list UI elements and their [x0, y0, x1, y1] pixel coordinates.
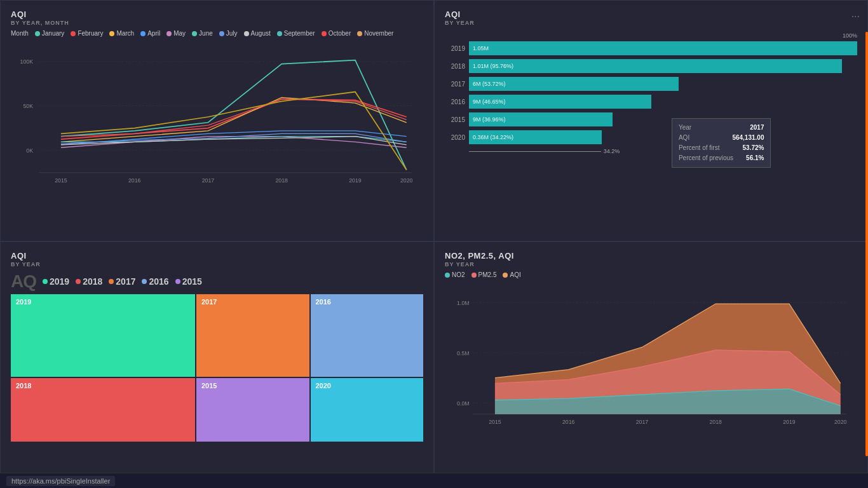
- bar-track-2019: 1.05M: [469, 41, 857, 55]
- legend-item-aqi: AQI: [503, 271, 520, 278]
- bar-fill-2018: 1.01M (95.76%): [469, 59, 842, 73]
- treemap-legend-2017: 2017: [109, 276, 135, 287]
- treemap-legend-2018: 2018: [76, 276, 102, 287]
- treemap-cell-label-2018: 2018: [16, 382, 31, 390]
- treemap-cell-label-2016: 2016: [316, 298, 331, 306]
- bar-label-2018: 1.01M (95.76%): [473, 63, 513, 69]
- status-bar: https://aka.ms/pbiSingleInstaller: [0, 473, 868, 488]
- panel1-title: AQI: [11, 10, 423, 19]
- panel2-menu[interactable]: ...: [851, 8, 860, 20]
- bar-year-2020: 2020: [445, 134, 465, 141]
- bar-track-2018: 1.01M (95.76%): [469, 59, 857, 73]
- bar-label-2019: 1.05M: [473, 45, 489, 51]
- treemap-cell-2016[interactable]: 2016: [311, 294, 424, 377]
- legend-label-september: September: [284, 30, 315, 37]
- legend-dot-april: [140, 31, 146, 36]
- bar-year-2015: 2015: [445, 116, 465, 123]
- legend-item-november: November: [357, 30, 393, 37]
- treemap-cell-2019[interactable]: 2019: [11, 294, 195, 377]
- treemap-grid: 2019 2017 2016 2018 2015 2020: [11, 294, 423, 440]
- legend-item-pm25: PM2.5: [471, 271, 497, 278]
- bar-row-2020: 2020 0.36M (34.22%): [445, 130, 857, 144]
- svg-text:100K: 100K: [20, 58, 34, 65]
- treemap-cell-2015[interactable]: 2015: [196, 378, 309, 442]
- panel2-title: AQI: [445, 10, 857, 19]
- bar-track-2020: 0.36M (34.22%): [469, 130, 857, 144]
- legend-dot-pm25: [471, 273, 477, 278]
- treemap-legend-2015: 2015: [175, 276, 202, 287]
- panel1-subtitle: BY YEAR, MONTH: [11, 20, 423, 26]
- panel4-legend: NO2 PM2.5 AQI: [445, 271, 857, 278]
- scrollbar[interactable]: [865, 32, 868, 456]
- treemap-cell-2018[interactable]: 2018: [11, 378, 195, 442]
- bar-track-2015: 9M (36.96%): [469, 112, 857, 126]
- legend-item-february: February: [71, 30, 103, 37]
- pct100-label: 100%: [445, 32, 857, 39]
- panel4-title: NO2, PM2.5, AQI: [445, 251, 857, 261]
- bar-label-2017: 6M (53.72%): [473, 81, 506, 87]
- treemap-legend-2019: 2019: [43, 276, 69, 287]
- svg-text:2017: 2017: [636, 419, 649, 425]
- legend-dot-november: [357, 31, 362, 36]
- legend-dot-no2: [445, 273, 450, 278]
- treemap-legend-title: AQ: [11, 271, 36, 292]
- legend-label-aqi: AQI: [510, 271, 520, 278]
- legend-item-june: June: [192, 30, 213, 37]
- pct342-label: 34.2%: [604, 148, 620, 154]
- legend-item-may: May: [166, 30, 186, 37]
- treemap-cell-2017[interactable]: 2017: [196, 294, 309, 377]
- treemap-label-2019: 2019: [50, 276, 69, 287]
- treemap-cell-label-2019: 2019: [16, 298, 31, 306]
- legend-label-no2: NO2: [452, 271, 465, 278]
- treemap-cell-label-2020: 2020: [316, 382, 331, 390]
- legend-dot-august: [244, 31, 249, 36]
- legend-label-february: February: [78, 30, 103, 37]
- svg-text:2016: 2016: [128, 177, 141, 184]
- legend-item-april: April: [140, 30, 160, 37]
- panel-aqi-by-year-month: AQI BY YEAR, MONTH Month January Februar…: [0, 0, 434, 241]
- legend-dot-june: [192, 31, 197, 36]
- svg-text:2018: 2018: [275, 177, 288, 184]
- bar-fill-2020: 0.36M (34.22%): [469, 130, 602, 144]
- legend-dot-july: [219, 31, 224, 36]
- legend-item-october: October: [322, 30, 351, 37]
- legend-label-pm25: PM2.5: [478, 271, 497, 278]
- legend-prefix: Month: [11, 30, 29, 37]
- treemap-label-2018: 2018: [83, 276, 102, 287]
- svg-text:0.5M: 0.5M: [457, 350, 470, 356]
- svg-text:2015: 2015: [489, 419, 501, 425]
- panel2-subtitle: BY YEAR: [445, 20, 857, 26]
- legend-item-january: January: [35, 30, 65, 37]
- treemap-label-2015: 2015: [182, 276, 202, 287]
- svg-text:2019: 2019: [349, 177, 362, 184]
- panel4-subtitle: BY YEAR: [445, 261, 857, 268]
- treemap-cell-label-2017: 2017: [201, 298, 217, 306]
- bar-year-2018: 2018: [445, 63, 465, 70]
- legend-dot-february: [71, 31, 76, 36]
- panel-aqi-treemap: AQI BY YEAR AQ 2019 2018 2017 2016 2: [0, 241, 434, 483]
- treemap-cell-label-2015: 2015: [201, 382, 217, 390]
- panel-aqi-by-year: AQI BY YEAR ... 100% 2019 1.05M 2018 1.0…: [434, 0, 868, 241]
- legend-label-january: January: [42, 30, 65, 37]
- bar-row-2015: 2015 9M (36.96%): [445, 112, 857, 126]
- bar-row-2018: 2018 1.01M (95.76%): [445, 59, 857, 73]
- svg-text:2020: 2020: [834, 419, 847, 425]
- legend-label-april: April: [147, 30, 160, 37]
- status-url: https://aka.ms/pbiSingleInstaller: [6, 476, 115, 486]
- tooltip-pop-row: Percent of previous 56.1%: [679, 153, 764, 163]
- pct342-row: 34.2%: [445, 148, 857, 154]
- panel3-title: AQI: [11, 251, 423, 261]
- treemap-label-2016: 2016: [149, 276, 168, 287]
- bar-label-2020: 0.36M (34.22%): [473, 134, 513, 140]
- svg-text:2017: 2017: [202, 177, 215, 184]
- bar-row-2019: 2019 1.05M: [445, 41, 857, 55]
- treemap-dot-2015: [175, 279, 180, 284]
- legend-label-october: October: [329, 30, 351, 37]
- bar-year-2017: 2017: [445, 81, 465, 88]
- treemap-cell-2020[interactable]: 2020: [311, 378, 424, 442]
- legend-dot-aqi: [503, 273, 508, 278]
- panel3-subtitle: BY YEAR: [11, 261, 423, 268]
- bar-row-2016: 2016 9M (46.65%): [445, 95, 857, 109]
- bar-fill-2015: 9M (36.96%): [469, 112, 613, 126]
- panel-no2-pm25-aqi: NO2, PM2.5, AQI BY YEAR NO2 PM2.5 AQI: [434, 241, 868, 483]
